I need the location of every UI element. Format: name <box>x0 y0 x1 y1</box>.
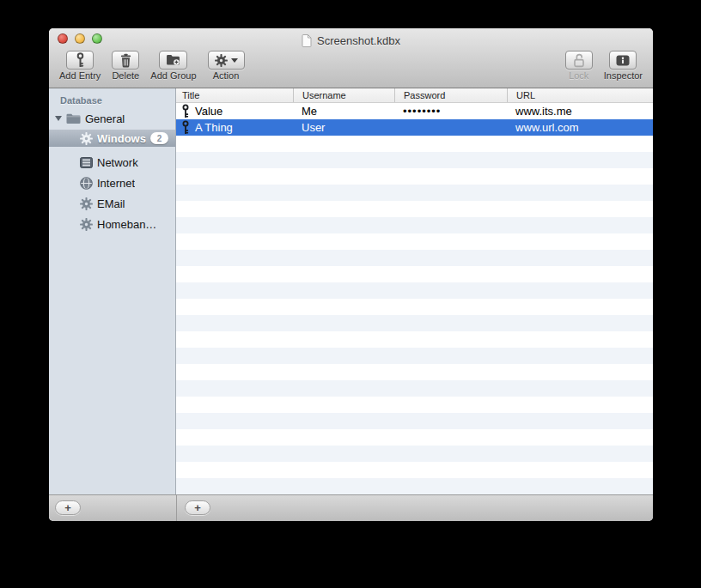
lock-label: Lock <box>569 70 588 81</box>
add-group-plus-button[interactable]: + <box>55 500 81 515</box>
sidebar-item-email[interactable]: EMail <box>49 193 175 214</box>
zoom-button[interactable] <box>92 33 102 44</box>
column-header-title[interactable]: Title <box>176 88 293 102</box>
key-icon <box>181 104 190 118</box>
sidebar-item-label: Internet <box>97 177 135 190</box>
app-window: Screenshot.kdbx Add Entry Delete <box>49 28 653 521</box>
table-row[interactable]: Value Me •••••••• www.its.me <box>176 103 653 119</box>
table-header-row: Title Username Password URL <box>176 88 653 103</box>
delete-toolbar-item: Delete <box>112 51 139 81</box>
titlebar[interactable]: Screenshot.kdbx <box>49 28 653 49</box>
title-group: Screenshot.kdbx <box>302 31 400 47</box>
sidebar-item-network[interactable]: Network <box>49 152 175 173</box>
info-icon <box>616 55 630 66</box>
column-header-url[interactable]: URL <box>507 88 653 102</box>
table-row-selected[interactable]: A Thing User www.url.com <box>176 119 653 136</box>
add-entry-label: Add Entry <box>59 70 101 81</box>
title-cell: Value <box>176 103 293 119</box>
column-header-username[interactable]: Username <box>293 88 394 102</box>
sidebar-item-label: General <box>85 112 125 125</box>
url-cell: www.url.com <box>507 119 653 136</box>
toolbar: Add Entry Delete Add Group <box>49 49 653 88</box>
lock-open-icon <box>573 53 585 68</box>
action-toolbar-item: Action <box>208 51 245 81</box>
sidebar-item-internet[interactable]: Internet <box>49 173 175 193</box>
plus-icon: + <box>64 502 71 513</box>
content-area: Database General Windows 2 Network <box>49 88 653 494</box>
entry-title: A Thing <box>195 121 233 134</box>
entry-table: Title Username Password URL Value Me •••… <box>176 88 653 494</box>
password-cell: •••••••• <box>394 103 507 119</box>
minimize-button[interactable] <box>75 33 85 44</box>
url-cell: www.its.me <box>507 103 653 119</box>
plus-icon: + <box>194 502 201 513</box>
sidebar-item-windows[interactable]: Windows 2 <box>49 130 175 147</box>
password-cell <box>394 119 507 136</box>
document-icon <box>302 34 312 47</box>
add-group-button[interactable] <box>159 51 187 70</box>
table-body: Value Me •••••••• www.its.me A Thing Use… <box>176 103 653 494</box>
add-entry-button[interactable] <box>66 51 94 70</box>
key-icon <box>76 52 85 68</box>
sidebar-item-label: Homeban… <box>97 218 156 231</box>
trash-icon <box>119 53 132 68</box>
add-entry-toolbar-item: Add Entry <box>59 51 101 81</box>
username-cell: User <box>293 119 394 136</box>
toolbar-left-group: Add Entry Delete Add Group <box>59 51 245 81</box>
gear-icon <box>215 54 228 67</box>
folder-icon <box>66 113 81 124</box>
sidebar-section-header: Database <box>49 94 175 109</box>
inspector-button[interactable] <box>609 51 637 70</box>
gear-icon <box>80 197 93 210</box>
sidebar-item-label: EMail <box>97 197 125 210</box>
empty-row-stripes <box>176 136 653 494</box>
delete-label: Delete <box>112 70 139 81</box>
sidebar-item-homebanking[interactable]: Homeban… <box>49 214 175 234</box>
toolbar-right-group: Lock Inspector <box>565 51 643 81</box>
folder-plus-icon <box>166 54 180 66</box>
username-cell: Me <box>293 103 394 119</box>
sidebar-item-label: Windows <box>97 132 146 145</box>
sidebar-item-label: Network <box>97 156 138 169</box>
network-icon <box>80 157 93 168</box>
column-header-password[interactable]: Password <box>394 88 507 102</box>
lock-button[interactable] <box>565 51 593 70</box>
add-entry-plus-button[interactable]: + <box>185 500 210 515</box>
disclosure-triangle-icon[interactable] <box>55 116 62 121</box>
sidebar: Database General Windows 2 Network <box>49 88 176 494</box>
inspector-label: Inspector <box>604 70 643 81</box>
add-group-toolbar-item: Add Group <box>150 51 196 81</box>
chevron-down-icon <box>231 58 238 63</box>
action-button[interactable] <box>208 51 245 70</box>
gear-icon <box>80 218 93 231</box>
close-button[interactable] <box>58 33 68 44</box>
sidebar-item-general[interactable]: General <box>49 109 175 128</box>
key-icon <box>181 120 190 135</box>
action-label: Action <box>213 70 240 81</box>
add-group-label: Add Group <box>150 70 196 81</box>
window-title: Screenshot.kdbx <box>317 34 400 47</box>
entry-title: Value <box>195 105 222 118</box>
window-chrome: Screenshot.kdbx Add Entry Delete <box>49 28 653 88</box>
lock-toolbar-item: Lock <box>565 51 593 81</box>
bottom-bar: + + <box>49 494 653 521</box>
bottom-bar-divider <box>176 495 177 521</box>
globe-icon <box>80 177 93 190</box>
entry-count-badge: 2 <box>150 132 168 144</box>
window-controls <box>58 33 102 44</box>
delete-button[interactable] <box>112 51 139 70</box>
gear-icon <box>80 132 93 145</box>
title-cell: A Thing <box>176 119 293 136</box>
inspector-toolbar-item: Inspector <box>604 51 643 81</box>
